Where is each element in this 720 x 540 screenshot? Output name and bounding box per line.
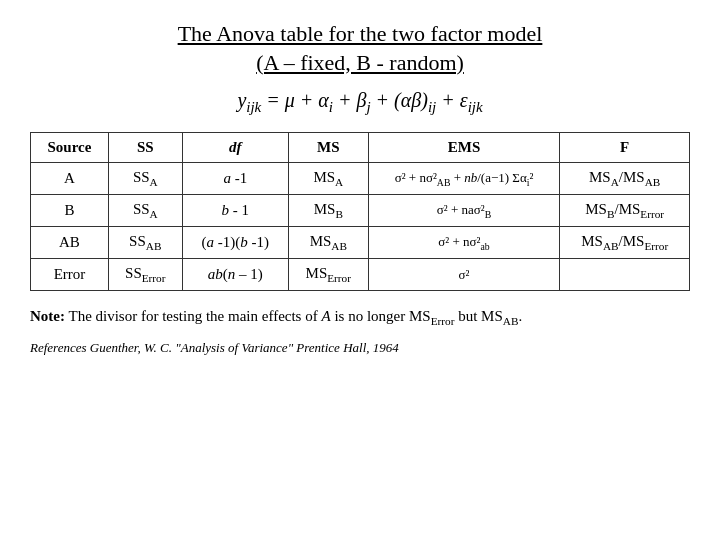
table-row: A SSA a -1 MSA σ² + nσ²AB + nb/(a−1) Σαi… [31, 163, 690, 195]
note-label: Note: [30, 308, 65, 324]
col-header-ss: SS [108, 133, 182, 163]
formula: yijk = μ + αi + βj + (αβ)ij + εijk [30, 87, 690, 116]
cell-df-ab: (a -1)(b -1) [182, 227, 288, 259]
col-header-df: df [182, 133, 288, 163]
cell-ms-ab: MSAB [288, 227, 368, 259]
references-label: References [30, 340, 87, 355]
col-header-ems: EMS [368, 133, 560, 163]
cell-ms-error: MSError [288, 259, 368, 291]
cell-f-error [560, 259, 690, 291]
cell-ss-ab: SSAB [108, 227, 182, 259]
table-row: Error SSError ab(n – 1) MSError σ² [31, 259, 690, 291]
cell-ss-b: SSA [108, 195, 182, 227]
cell-df-error: ab(n – 1) [182, 259, 288, 291]
cell-ms-a: MSA [288, 163, 368, 195]
cell-source-a: A [31, 163, 109, 195]
cell-f-ab: MSAB/MSError [560, 227, 690, 259]
table-row: B SSA b - 1 MSB σ² + naσ²B MSB/MSError [31, 195, 690, 227]
cell-df-a: a -1 [182, 163, 288, 195]
cell-source-b: B [31, 195, 109, 227]
cell-source-error: Error [31, 259, 109, 291]
note-text: The divisor for testing the main effects… [68, 308, 522, 324]
cell-f-a: MSA/MSAB [560, 163, 690, 195]
col-header-f: F [560, 133, 690, 163]
references-text: Guenther, W. C. "Analysis of Variance" P… [90, 340, 399, 355]
cell-ms-b: MSB [288, 195, 368, 227]
col-header-ms: MS [288, 133, 368, 163]
cell-ss-error: SSError [108, 259, 182, 291]
note-section: Note: The divisor for testing the main e… [30, 305, 690, 330]
col-header-source: Source [31, 133, 109, 163]
cell-ems-error: σ² [368, 259, 560, 291]
cell-source-ab: AB [31, 227, 109, 259]
table-row: AB SSAB (a -1)(b -1) MSAB σ² + nσ²ab MSA… [31, 227, 690, 259]
cell-ss-a: SSA [108, 163, 182, 195]
cell-ems-b: σ² + naσ²B [368, 195, 560, 227]
anova-table: Source SS df MS EMS F A SSA a -1 MSA σ² … [30, 132, 690, 291]
cell-ems-a: σ² + nσ²AB + nb/(a−1) Σαi² [368, 163, 560, 195]
references-section: References Guenther, W. C. "Analysis of … [30, 340, 690, 356]
cell-f-b: MSB/MSError [560, 195, 690, 227]
cell-ems-ab: σ² + nσ²ab [368, 227, 560, 259]
cell-df-b: b - 1 [182, 195, 288, 227]
page-title: The Anova table for the two factor model… [30, 20, 690, 77]
